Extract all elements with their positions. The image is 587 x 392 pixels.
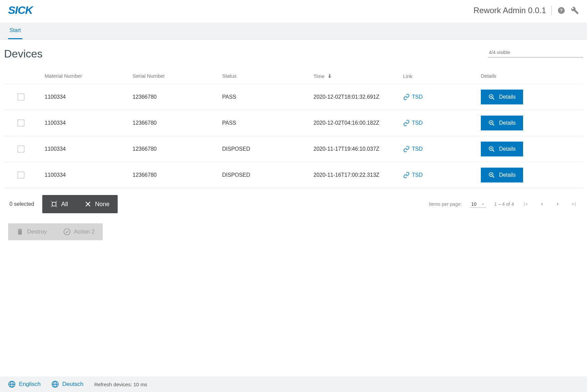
- cell-serial: 12366780: [133, 94, 222, 100]
- items-per-page-select[interactable]: 10: [470, 201, 486, 208]
- close-icon: [84, 200, 92, 208]
- trash-icon: [16, 228, 24, 236]
- page-range: 1 – 4 of 4: [494, 201, 514, 207]
- svg-text:?: ?: [560, 8, 563, 13]
- cell-serial: 12366780: [133, 120, 222, 126]
- selection-controls: 0 selected All None: [9, 195, 118, 213]
- row-checkbox[interactable]: [18, 94, 24, 100]
- app-title: Rework Admin 0.0.1: [473, 6, 546, 15]
- svg-rect-18: [52, 202, 56, 206]
- cell-status: PASS: [222, 94, 313, 100]
- select-none-button[interactable]: None: [76, 195, 118, 213]
- zoom-in-icon: [488, 94, 495, 100]
- link-icon: [403, 120, 410, 126]
- cell-material: 1100334: [45, 94, 133, 100]
- cell-serial: 12366780: [133, 172, 222, 178]
- th-serial[interactable]: Serial Number: [133, 73, 222, 79]
- details-button[interactable]: Details: [481, 90, 523, 104]
- cell-link[interactable]: TSD: [403, 146, 481, 152]
- zoom-in-icon: [488, 146, 495, 152]
- cell-status: PASS: [222, 120, 313, 126]
- link-icon: [403, 146, 410, 152]
- select-all-button[interactable]: All: [42, 195, 76, 213]
- page-body: Devices Material Number Serial Number St…: [0, 40, 587, 247]
- details-label: Details: [499, 120, 516, 126]
- cell-time: 2020-12-02T04:16:00.182Z: [313, 120, 403, 126]
- link-label: TSD: [412, 172, 423, 178]
- cell-link[interactable]: TSD: [403, 120, 481, 126]
- table-row: 1100334 12366780 DISPOSED 2020-11-16T17:…: [4, 162, 583, 188]
- action2-button[interactable]: Action 2: [55, 223, 103, 240]
- selection-buttons: All None: [42, 195, 118, 213]
- table-row: 1100334 12366780 PASS 2020-12-02T18:01:3…: [4, 84, 583, 110]
- prev-page-icon[interactable]: [538, 201, 545, 207]
- link-label: TSD: [412, 146, 423, 152]
- cell-material: 1100334: [45, 120, 133, 126]
- cell-status: DISPOSED: [222, 146, 313, 152]
- help-icon[interactable]: ?: [557, 6, 565, 15]
- items-per-page-value: 10: [471, 201, 477, 207]
- svg-point-29: [64, 229, 70, 235]
- sort-desc-icon: [327, 73, 333, 79]
- details-label: Details: [499, 172, 516, 178]
- selected-count: 0 selected: [9, 201, 34, 207]
- cell-serial: 12366780: [133, 146, 222, 152]
- table-header: Material Number Serial Number Status Tim…: [4, 68, 583, 84]
- filter-input[interactable]: [488, 48, 583, 57]
- cell-time: 2020-11-16T17:00:22.313Z: [313, 172, 403, 178]
- destroy-button[interactable]: Destroy: [8, 223, 55, 240]
- action2-label: Action 2: [74, 228, 95, 235]
- cell-material: 1100334: [45, 146, 133, 152]
- link-label: TSD: [412, 120, 423, 126]
- page-head: Devices: [4, 48, 583, 60]
- th-details: Details: [481, 73, 583, 79]
- details-button[interactable]: Details: [481, 142, 523, 156]
- tab-start[interactable]: Start: [8, 23, 22, 39]
- pagination: Items per page: 10 1 – 4 of 4: [429, 201, 578, 208]
- next-page-icon[interactable]: [555, 201, 561, 207]
- table-row: 1100334 12366780 PASS 2020-12-02T04:16:0…: [4, 110, 583, 136]
- page-nav: [522, 201, 578, 207]
- svg-line-11: [493, 150, 494, 152]
- cell-material: 1100334: [45, 172, 133, 178]
- row-checkbox[interactable]: [18, 120, 24, 126]
- check-circle-icon: [63, 228, 71, 236]
- first-page-icon[interactable]: [522, 201, 529, 207]
- row-checkbox[interactable]: [18, 172, 24, 178]
- details-label: Details: [499, 146, 516, 152]
- select-all-icon: [50, 200, 58, 208]
- select-all-label: All: [61, 201, 68, 208]
- cell-time: 2020-12-02T18:01:32.691Z: [313, 94, 403, 100]
- cell-status: DISPOSED: [222, 172, 313, 178]
- select-none-label: None: [95, 201, 110, 208]
- last-page-icon[interactable]: [571, 201, 578, 207]
- cell-link[interactable]: TSD: [403, 172, 481, 178]
- details-button[interactable]: Details: [481, 116, 523, 130]
- svg-line-15: [493, 176, 494, 178]
- logo: SICK: [8, 4, 32, 17]
- header-right: Rework Admin 0.0.1 ?: [473, 6, 579, 15]
- chevron-down-icon: [481, 202, 485, 206]
- items-per-page-label: Items per page:: [429, 201, 462, 207]
- cell-time: 2020-11-17T19:46:10.037Z: [313, 146, 403, 152]
- th-link[interactable]: Link: [403, 73, 481, 79]
- th-time[interactable]: Time: [313, 73, 403, 79]
- wrench-icon[interactable]: [571, 6, 579, 15]
- page-title: Devices: [4, 48, 43, 60]
- app-header: SICK Rework Admin 0.0.1 ?: [0, 0, 587, 23]
- link-icon: [403, 172, 410, 178]
- svg-line-7: [493, 124, 494, 126]
- link-icon: [403, 94, 410, 100]
- cell-link[interactable]: TSD: [403, 94, 481, 100]
- th-status[interactable]: Status: [222, 73, 313, 79]
- table-row: 1100334 12366780 DISPOSED 2020-11-17T19:…: [4, 136, 583, 162]
- details-label: Details: [499, 94, 516, 100]
- tab-bar: Start: [0, 23, 587, 40]
- details-button[interactable]: Details: [481, 168, 523, 182]
- table-body: 1100334 12366780 PASS 2020-12-02T18:01:3…: [4, 84, 583, 188]
- header-divider: [551, 6, 552, 15]
- th-material[interactable]: Material Number: [45, 73, 133, 79]
- destroy-label: Destroy: [27, 228, 47, 235]
- svg-line-3: [493, 98, 494, 100]
- row-checkbox[interactable]: [18, 146, 24, 152]
